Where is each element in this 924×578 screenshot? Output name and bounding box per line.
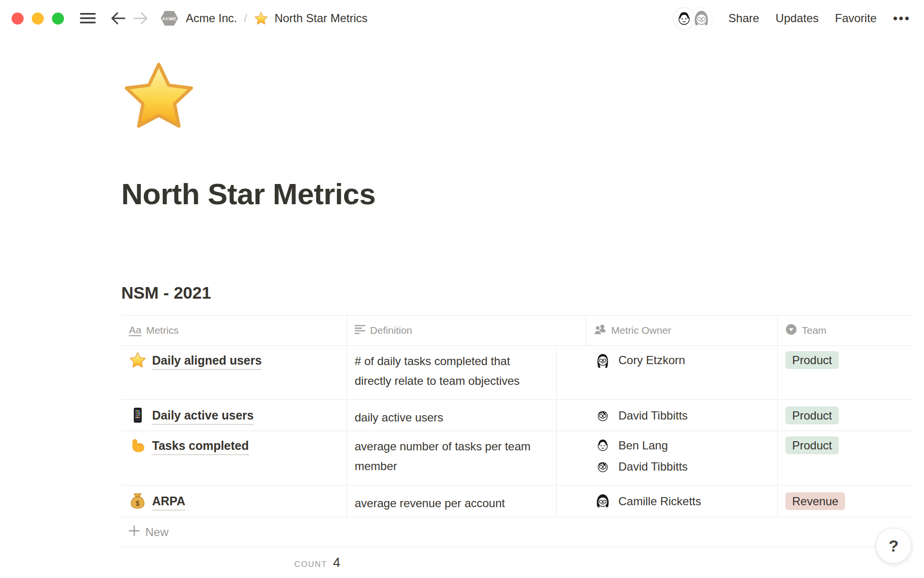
text-align-left-icon <box>355 325 365 337</box>
page-title[interactable]: North Star Metrics <box>121 177 912 211</box>
star-icon <box>129 352 146 369</box>
help-button[interactable]: ? <box>876 528 911 564</box>
title-Aa-icon: Aa <box>129 325 141 336</box>
flexed-biceps-icon <box>129 437 146 454</box>
page-icon-star[interactable] <box>121 60 196 133</box>
window-top-bar: ACME Acme Inc. / North Star Metrics Shar… <box>0 0 924 37</box>
team-tag[interactable]: Revenue <box>785 492 845 510</box>
team-cell[interactable]: Product <box>778 400 912 431</box>
team-tag[interactable]: Product <box>785 407 839 424</box>
breadcrumb-separator: / <box>244 12 247 25</box>
metrics-table: Aa Metrics Definition <box>121 315 912 570</box>
avatar-spiky-hair-glasses <box>594 458 612 475</box>
updates-button[interactable]: Updates <box>776 12 819 25</box>
count-label: COUNT <box>295 560 327 569</box>
owner-name: David Tibbitts <box>618 409 688 422</box>
definition-cell[interactable]: average revenue per account <box>347 486 557 517</box>
metric-title-link[interactable]: Daily aligned users <box>152 352 262 370</box>
traffic-light-zoom[interactable] <box>52 13 64 25</box>
people-icon <box>594 324 606 338</box>
avatar-spiky-hair-glasses <box>594 407 612 424</box>
select-tag-icon <box>785 324 797 338</box>
plus-icon <box>129 525 140 539</box>
avatar-woman-glasses <box>594 492 612 510</box>
section-heading[interactable]: NSM - 2021 <box>121 283 912 302</box>
table-row: $ ARPA average revenue per account Camil… <box>121 485 912 517</box>
avatar-long-hair-glasses <box>594 351 612 369</box>
breadcrumb-page[interactable]: North Star Metrics <box>274 12 367 25</box>
money-bag-icon: $ <box>129 492 146 510</box>
column-header-definition[interactable]: Definition <box>347 315 586 345</box>
team-tag[interactable]: Product <box>785 351 839 369</box>
traffic-light-minimize[interactable] <box>32 13 44 25</box>
svg-text:$: $ <box>136 499 140 507</box>
owner-name: Cory Etzkorn <box>618 354 685 367</box>
count-aggregate[interactable]: COUNT 4 <box>121 547 347 570</box>
owner-name: Camille Ricketts <box>618 495 701 508</box>
team-cell[interactable]: Product <box>778 431 912 485</box>
metric-title-link[interactable]: ARPA <box>152 492 185 511</box>
owner-name: Ben Lang <box>618 439 668 452</box>
star-icon <box>254 12 268 26</box>
definition-cell[interactable]: average number of tasks per team member <box>347 431 557 485</box>
team-cell[interactable]: Product <box>778 346 912 399</box>
column-header-metrics[interactable]: Aa Metrics <box>121 315 347 345</box>
owner-name: David Tibbitts <box>618 460 688 473</box>
table-row: Daily aligned users # of daily tasks com… <box>121 345 912 399</box>
hamburger-menu-icon[interactable] <box>80 12 96 25</box>
team-cell[interactable]: Revenue <box>778 486 912 517</box>
team-tag[interactable]: Product <box>785 436 839 454</box>
definition-cell[interactable]: daily active users <box>347 400 557 431</box>
traffic-light-close[interactable] <box>12 13 24 25</box>
owner-cell[interactable]: Cory Etzkorn <box>586 346 778 399</box>
owner-cell[interactable]: David Tibbitts <box>586 400 778 431</box>
table-header-row: Aa Metrics Definition <box>121 315 912 345</box>
avatar-man-dark-hair <box>594 436 612 454</box>
column-header-team[interactable]: Team <box>778 315 912 345</box>
svg-text:ACME: ACME <box>162 16 177 21</box>
new-row-button[interactable]: New <box>121 517 912 547</box>
breadcrumb-workspace[interactable]: Acme Inc. <box>186 12 237 25</box>
table-row: Daily active users daily active users Da… <box>121 399 912 431</box>
mobile-phone-icon <box>129 407 146 424</box>
acme-logo-icon: ACME <box>159 10 180 27</box>
back-arrow-icon[interactable] <box>110 12 126 25</box>
column-header-metric-owner[interactable]: Metric Owner <box>586 315 778 345</box>
count-value: 4 <box>333 555 340 570</box>
owner-cell[interactable]: Camille Ricketts <box>586 486 778 517</box>
owner-cell[interactable]: Ben Lang David Tibbitts <box>586 431 778 485</box>
favorite-button[interactable]: Favorite <box>835 12 877 25</box>
table-row: Tasks completed average number of tasks … <box>121 431 912 485</box>
metric-title-link[interactable]: Tasks completed <box>152 437 249 455</box>
more-options-icon[interactable]: ••• <box>893 11 911 26</box>
avatar-woman-glasses[interactable] <box>691 8 712 29</box>
presence-avatar-stack[interactable] <box>673 8 712 29</box>
share-button[interactable]: Share <box>729 12 759 25</box>
forward-arrow-icon[interactable] <box>133 12 149 25</box>
metric-title-link[interactable]: Daily active users <box>152 407 254 425</box>
definition-cell[interactable]: # of daily tasks completed that directly… <box>347 346 557 399</box>
